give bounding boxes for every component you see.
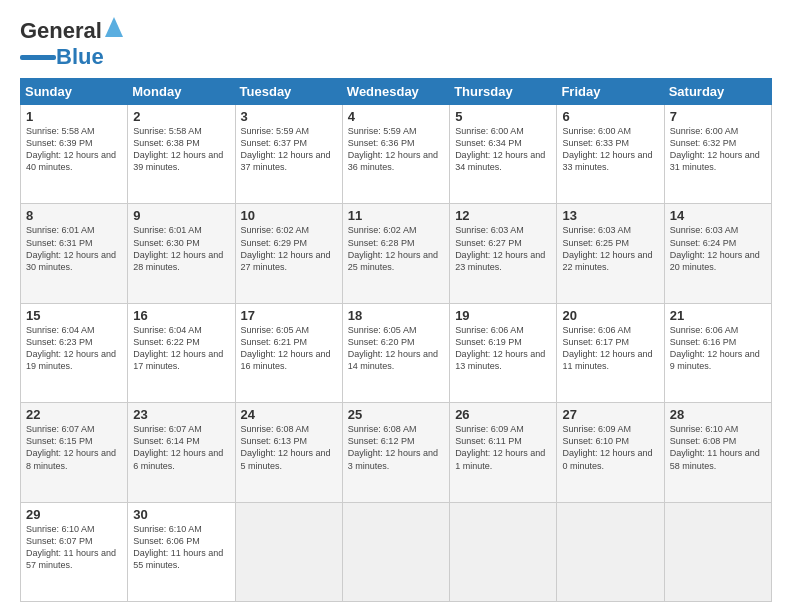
day-number: 10 bbox=[241, 208, 337, 223]
day-number: 4 bbox=[348, 109, 444, 124]
day-info: Sunrise: 6:05 AMSunset: 6:21 PMDaylight:… bbox=[241, 325, 331, 371]
logo: General Blue bbox=[20, 18, 123, 70]
day-info: Sunrise: 6:07 AMSunset: 6:15 PMDaylight:… bbox=[26, 424, 116, 470]
day-cell-30: 30Sunrise: 6:10 AMSunset: 6:06 PMDayligh… bbox=[128, 502, 235, 601]
empty-cell bbox=[235, 502, 342, 601]
day-number: 29 bbox=[26, 507, 122, 522]
day-number: 27 bbox=[562, 407, 658, 422]
calendar-week-5: 29Sunrise: 6:10 AMSunset: 6:07 PMDayligh… bbox=[21, 502, 772, 601]
day-number: 15 bbox=[26, 308, 122, 323]
col-sunday: Sunday bbox=[21, 79, 128, 105]
day-number: 24 bbox=[241, 407, 337, 422]
day-cell-8: 8Sunrise: 6:01 AMSunset: 6:31 PMDaylight… bbox=[21, 204, 128, 303]
page: General Blue Sunday Monday bbox=[0, 0, 792, 612]
day-cell-7: 7Sunrise: 6:00 AMSunset: 6:32 PMDaylight… bbox=[664, 105, 771, 204]
day-cell-26: 26Sunrise: 6:09 AMSunset: 6:11 PMDayligh… bbox=[450, 403, 557, 502]
day-info: Sunrise: 5:59 AMSunset: 6:36 PMDaylight:… bbox=[348, 126, 438, 172]
day-info: Sunrise: 5:58 AMSunset: 6:38 PMDaylight:… bbox=[133, 126, 223, 172]
day-number: 26 bbox=[455, 407, 551, 422]
day-info: Sunrise: 6:06 AMSunset: 6:17 PMDaylight:… bbox=[562, 325, 652, 371]
day-cell-23: 23Sunrise: 6:07 AMSunset: 6:14 PMDayligh… bbox=[128, 403, 235, 502]
day-info: Sunrise: 6:00 AMSunset: 6:32 PMDaylight:… bbox=[670, 126, 760, 172]
day-number: 3 bbox=[241, 109, 337, 124]
day-cell-2: 2Sunrise: 5:58 AMSunset: 6:38 PMDaylight… bbox=[128, 105, 235, 204]
col-monday: Monday bbox=[128, 79, 235, 105]
day-number: 16 bbox=[133, 308, 229, 323]
day-info: Sunrise: 6:09 AMSunset: 6:11 PMDaylight:… bbox=[455, 424, 545, 470]
day-cell-12: 12Sunrise: 6:03 AMSunset: 6:27 PMDayligh… bbox=[450, 204, 557, 303]
day-info: Sunrise: 6:10 AMSunset: 6:08 PMDaylight:… bbox=[670, 424, 760, 470]
day-cell-11: 11Sunrise: 6:02 AMSunset: 6:28 PMDayligh… bbox=[342, 204, 449, 303]
day-number: 8 bbox=[26, 208, 122, 223]
day-info: Sunrise: 6:00 AMSunset: 6:33 PMDaylight:… bbox=[562, 126, 652, 172]
logo-bar bbox=[20, 55, 56, 60]
col-tuesday: Tuesday bbox=[235, 79, 342, 105]
day-number: 1 bbox=[26, 109, 122, 124]
logo-blue: Blue bbox=[56, 44, 104, 70]
logo-general: General bbox=[20, 18, 102, 44]
calendar-week-1: 1Sunrise: 5:58 AMSunset: 6:39 PMDaylight… bbox=[21, 105, 772, 204]
day-number: 30 bbox=[133, 507, 229, 522]
day-info: Sunrise: 6:03 AMSunset: 6:27 PMDaylight:… bbox=[455, 225, 545, 271]
day-cell-6: 6Sunrise: 6:00 AMSunset: 6:33 PMDaylight… bbox=[557, 105, 664, 204]
day-number: 18 bbox=[348, 308, 444, 323]
day-cell-28: 28Sunrise: 6:10 AMSunset: 6:08 PMDayligh… bbox=[664, 403, 771, 502]
day-cell-19: 19Sunrise: 6:06 AMSunset: 6:19 PMDayligh… bbox=[450, 303, 557, 402]
day-number: 2 bbox=[133, 109, 229, 124]
day-number: 20 bbox=[562, 308, 658, 323]
day-number: 9 bbox=[133, 208, 229, 223]
day-number: 17 bbox=[241, 308, 337, 323]
day-number: 13 bbox=[562, 208, 658, 223]
day-number: 5 bbox=[455, 109, 551, 124]
calendar-week-2: 8Sunrise: 6:01 AMSunset: 6:31 PMDaylight… bbox=[21, 204, 772, 303]
empty-cell bbox=[557, 502, 664, 601]
day-cell-1: 1Sunrise: 5:58 AMSunset: 6:39 PMDaylight… bbox=[21, 105, 128, 204]
day-cell-27: 27Sunrise: 6:09 AMSunset: 6:10 PMDayligh… bbox=[557, 403, 664, 502]
col-saturday: Saturday bbox=[664, 79, 771, 105]
day-info: Sunrise: 6:02 AMSunset: 6:29 PMDaylight:… bbox=[241, 225, 331, 271]
day-info: Sunrise: 6:04 AMSunset: 6:23 PMDaylight:… bbox=[26, 325, 116, 371]
calendar-week-4: 22Sunrise: 6:07 AMSunset: 6:15 PMDayligh… bbox=[21, 403, 772, 502]
day-info: Sunrise: 6:08 AMSunset: 6:13 PMDaylight:… bbox=[241, 424, 331, 470]
day-info: Sunrise: 6:10 AMSunset: 6:07 PMDaylight:… bbox=[26, 524, 116, 570]
day-cell-15: 15Sunrise: 6:04 AMSunset: 6:23 PMDayligh… bbox=[21, 303, 128, 402]
calendar: Sunday Monday Tuesday Wednesday Thursday… bbox=[20, 78, 772, 602]
day-info: Sunrise: 6:03 AMSunset: 6:24 PMDaylight:… bbox=[670, 225, 760, 271]
day-cell-10: 10Sunrise: 6:02 AMSunset: 6:29 PMDayligh… bbox=[235, 204, 342, 303]
day-cell-5: 5Sunrise: 6:00 AMSunset: 6:34 PMDaylight… bbox=[450, 105, 557, 204]
day-cell-3: 3Sunrise: 5:59 AMSunset: 6:37 PMDaylight… bbox=[235, 105, 342, 204]
day-info: Sunrise: 6:10 AMSunset: 6:06 PMDaylight:… bbox=[133, 524, 223, 570]
empty-cell bbox=[450, 502, 557, 601]
empty-cell bbox=[664, 502, 771, 601]
day-info: Sunrise: 6:01 AMSunset: 6:30 PMDaylight:… bbox=[133, 225, 223, 271]
day-cell-16: 16Sunrise: 6:04 AMSunset: 6:22 PMDayligh… bbox=[128, 303, 235, 402]
header: General Blue bbox=[20, 18, 772, 70]
day-info: Sunrise: 6:04 AMSunset: 6:22 PMDaylight:… bbox=[133, 325, 223, 371]
day-number: 14 bbox=[670, 208, 766, 223]
day-info: Sunrise: 6:07 AMSunset: 6:14 PMDaylight:… bbox=[133, 424, 223, 470]
day-info: Sunrise: 5:58 AMSunset: 6:39 PMDaylight:… bbox=[26, 126, 116, 172]
empty-cell bbox=[342, 502, 449, 601]
day-number: 21 bbox=[670, 308, 766, 323]
day-number: 11 bbox=[348, 208, 444, 223]
logo-icon bbox=[105, 17, 123, 37]
day-info: Sunrise: 6:09 AMSunset: 6:10 PMDaylight:… bbox=[562, 424, 652, 470]
day-number: 28 bbox=[670, 407, 766, 422]
day-info: Sunrise: 6:06 AMSunset: 6:16 PMDaylight:… bbox=[670, 325, 760, 371]
calendar-week-3: 15Sunrise: 6:04 AMSunset: 6:23 PMDayligh… bbox=[21, 303, 772, 402]
col-wednesday: Wednesday bbox=[342, 79, 449, 105]
day-info: Sunrise: 6:08 AMSunset: 6:12 PMDaylight:… bbox=[348, 424, 438, 470]
col-thursday: Thursday bbox=[450, 79, 557, 105]
day-number: 6 bbox=[562, 109, 658, 124]
day-number: 25 bbox=[348, 407, 444, 422]
day-cell-14: 14Sunrise: 6:03 AMSunset: 6:24 PMDayligh… bbox=[664, 204, 771, 303]
day-cell-9: 9Sunrise: 6:01 AMSunset: 6:30 PMDaylight… bbox=[128, 204, 235, 303]
day-number: 19 bbox=[455, 308, 551, 323]
calendar-body: 1Sunrise: 5:58 AMSunset: 6:39 PMDaylight… bbox=[21, 105, 772, 602]
day-number: 12 bbox=[455, 208, 551, 223]
day-info: Sunrise: 6:02 AMSunset: 6:28 PMDaylight:… bbox=[348, 225, 438, 271]
day-info: Sunrise: 6:00 AMSunset: 6:34 PMDaylight:… bbox=[455, 126, 545, 172]
day-info: Sunrise: 6:03 AMSunset: 6:25 PMDaylight:… bbox=[562, 225, 652, 271]
day-number: 7 bbox=[670, 109, 766, 124]
day-cell-17: 17Sunrise: 6:05 AMSunset: 6:21 PMDayligh… bbox=[235, 303, 342, 402]
